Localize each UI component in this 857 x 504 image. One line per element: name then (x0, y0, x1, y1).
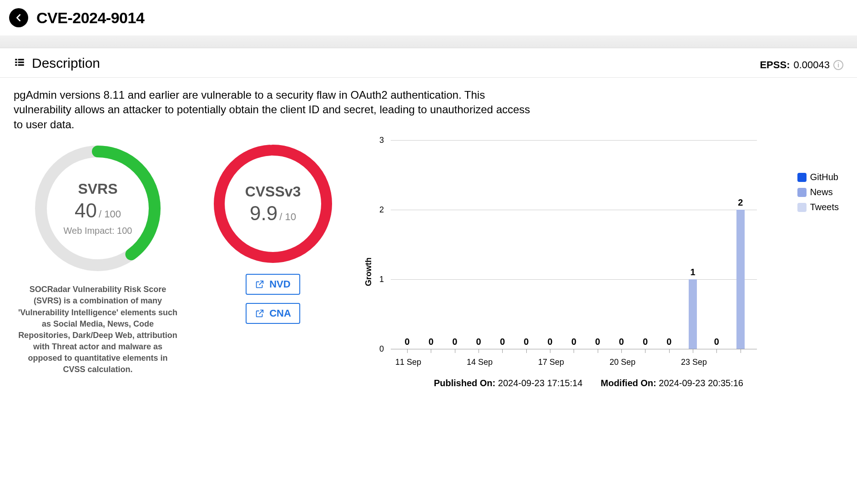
chart-bar-slot: 2 (729, 140, 752, 349)
chart-x-label (444, 358, 467, 367)
chart-x-label: 14 Sep (467, 358, 493, 367)
svg-rect-0 (15, 59, 17, 60)
chart-bar-label: 2 (738, 197, 743, 208)
legend-swatch (797, 173, 807, 182)
chart-bar-slot: 0 (467, 140, 490, 349)
external-link-icon (255, 279, 265, 289)
chart-bar-slot: 0 (657, 140, 681, 349)
chart-bar-label: 0 (619, 337, 624, 347)
arrow-left-icon (14, 13, 24, 23)
chart-x-label (707, 358, 730, 367)
chart-x-label: 11 Sep (395, 358, 421, 367)
svrs-name: SVRS (78, 181, 117, 197)
cvss-value: 9.9 (250, 202, 277, 225)
chart-bar (689, 279, 697, 349)
chart-bar-label: 0 (452, 337, 457, 347)
section-title: Description (32, 55, 100, 71)
chart-bar-slot: 0 (705, 140, 728, 349)
chart-bar-slot: 0 (586, 140, 610, 349)
published-on: Published On: 2024-09-23 17:15:14 (434, 378, 583, 388)
legend-label: Tweets (810, 202, 839, 212)
legend-label: News (810, 187, 833, 197)
list-icon (14, 56, 25, 70)
chart-y-tick: 1 (379, 275, 384, 284)
legend-swatch (797, 203, 807, 212)
svg-rect-5 (18, 64, 24, 66)
chart-x-label (564, 358, 587, 367)
chart-bar-label: 0 (666, 337, 671, 347)
chart-legend: GitHubNewsTweets (797, 172, 839, 212)
chart-x-label: 20 Sep (610, 358, 635, 367)
chart-bar-label: 0 (714, 337, 719, 347)
chart-bar (736, 210, 745, 349)
published-label: Published On: (434, 378, 496, 388)
modified-value: 2024-09-23 20:35:16 (659, 378, 743, 388)
chart-bar-slot: 0 (633, 140, 657, 349)
chart-x-label: 17 Sep (538, 358, 564, 367)
chart-bar-slot: 0 (610, 140, 633, 349)
svg-rect-1 (18, 59, 24, 60)
svg-rect-2 (15, 61, 17, 63)
epss-value: 0.00043 (793, 59, 830, 71)
nvd-link-button[interactable]: NVD (246, 274, 300, 295)
chart-x-label (493, 358, 515, 367)
back-button[interactable] (9, 8, 28, 27)
chart-x-label (635, 358, 658, 367)
chart-x-label (515, 358, 538, 367)
gray-strip (0, 35, 857, 48)
chart-y-label: Growth (364, 221, 373, 286)
description-text: pgAdmin versions 8.11 and earlier are vu… (0, 78, 546, 140)
chart-bar-slot: 1 (681, 140, 705, 349)
cvss-gauge: CVSSv3 9.9 / 10 (209, 140, 337, 267)
nvd-link-label: NVD (269, 278, 290, 290)
chart-bar-label: 0 (500, 337, 505, 347)
cvss-max: / 10 (279, 211, 296, 223)
published-value: 2024-09-23 17:15:14 (498, 378, 583, 388)
chart-x-label (658, 358, 681, 367)
modified-on: Modified On: 2024-09-23 20:35:16 (601, 378, 743, 388)
cvss-name: CVSSv3 (245, 183, 301, 200)
chart-bar-slot: 0 (395, 140, 419, 349)
legend-swatch (797, 188, 807, 197)
cna-link-button[interactable]: CNA (246, 303, 300, 324)
legend-label: GitHub (810, 172, 838, 182)
chart-bar-label: 0 (571, 337, 576, 347)
chart-bar-slot: 0 (419, 140, 443, 349)
info-icon[interactable]: i (833, 60, 843, 70)
chart-x-label (730, 358, 752, 367)
legend-item: News (797, 187, 839, 197)
chart-bar-slot: 0 (538, 140, 562, 349)
chart-y-tick: 3 (379, 136, 384, 145)
legend-item: Tweets (797, 202, 839, 212)
chart-bar-label: 0 (524, 337, 529, 347)
chart-y-tick: 2 (379, 205, 384, 215)
chart-bar-label: 0 (428, 337, 434, 347)
chart-bar-slot: 0 (490, 140, 514, 349)
cvss-column: CVSSv3 9.9 / 10 NVD CNA (196, 140, 350, 398)
external-link-icon (255, 308, 265, 318)
chart-bar-label: 0 (405, 337, 410, 347)
chart-bar-slot: 0 (514, 140, 538, 349)
svg-rect-4 (15, 64, 17, 66)
chart-x-label: 23 Sep (681, 358, 707, 367)
svrs-max: / 100 (99, 208, 121, 220)
chart-bar-label: 0 (476, 337, 481, 347)
svrs-gauge: SVRS 40 / 100 Web Impact: 100 (30, 140, 166, 277)
svrs-value: 40 (75, 199, 97, 222)
epss-label: EPSS: (760, 59, 790, 71)
growth-chart: Growth 0123000000000000102 11 Sep14 Sep1… (364, 140, 761, 367)
chart-bar-label: 1 (691, 267, 696, 277)
svg-rect-3 (18, 61, 24, 63)
page-title: CVE-2024-9014 (36, 9, 144, 27)
chart-bar-label: 0 (643, 337, 648, 347)
chart-x-label (587, 358, 610, 367)
chart-x-label (421, 358, 444, 367)
legend-item: GitHub (797, 172, 839, 182)
svrs-column: SVRS 40 / 100 Web Impact: 100 SOCRadar V… (14, 140, 182, 398)
chart-bar-slot: 0 (562, 140, 585, 349)
modified-label: Modified On: (601, 378, 656, 388)
svrs-description: SOCRadar Vulnerability Risk Score (SVRS)… (16, 284, 180, 376)
epss-block: EPSS: 0.00043 i (760, 59, 843, 71)
chart-bar-label: 0 (548, 337, 553, 347)
chart-bar-label: 0 (595, 337, 600, 347)
